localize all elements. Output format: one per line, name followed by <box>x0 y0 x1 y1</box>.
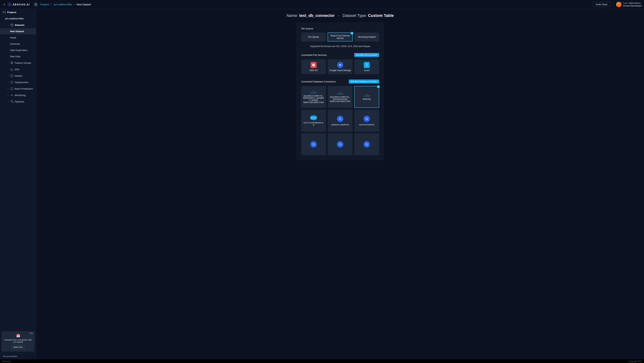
svg-point-8 <box>366 118 368 120</box>
sidebar-new-dataset[interactable]: New Dataset <box>0 28 36 34</box>
db-connector-7[interactable] <box>301 133 326 155</box>
sidebar-feature-groups[interactable]: Feature Groups <box>0 60 36 66</box>
sidebar-raw-data[interactable]: Raw Data <box>0 53 36 60</box>
sidebar-detail[interactable]: Detail <box>0 34 36 41</box>
db-connector-8[interactable] <box>328 133 352 155</box>
rocket-icon <box>10 81 13 84</box>
back-button[interactable] <box>2 2 6 7</box>
breadcrumb: Projects > avi-realtime-filter > New Dat… <box>40 3 91 6</box>
svg-point-4 <box>11 100 12 101</box>
database-icon <box>10 23 13 26</box>
connector-gcs[interactable]: Google Cloud Storage <box>328 59 352 74</box>
bigquery-icon <box>364 141 370 148</box>
sidebar-data-exploration[interactable]: Data Exploration <box>0 47 36 53</box>
breadcrumb-sep: > <box>51 3 52 6</box>
cube-icon <box>10 74 13 77</box>
list-icon <box>10 87 13 90</box>
logo-text: ABACUS.AI <box>12 3 30 6</box>
chevron-right-icon <box>7 101 9 102</box>
snowflake-icon: ❄ snowflake <box>363 94 370 97</box>
svg-point-10 <box>339 143 341 145</box>
invite-team-button[interactable]: Invite Team <box>593 2 610 7</box>
svg-point-7 <box>339 118 341 120</box>
promo-hide[interactable]: Hide <box>30 332 33 334</box>
sidebar-projects[interactable]: Projects <box>0 9 36 15</box>
layers-icon <box>10 61 13 64</box>
connector-azure[interactable]: 1001 Azure <box>354 59 379 74</box>
footer: Abacus.AI © Copyright 2023 <box>0 360 644 363</box>
gcs-icon <box>337 62 343 68</box>
db-connector-9[interactable] <box>354 133 379 155</box>
chevron-right-icon <box>7 81 9 83</box>
monitor-icon <box>10 94 13 97</box>
promo-text: Schedule free consultation with our expe… <box>4 339 32 343</box>
chevron-right-icon <box>7 94 9 96</box>
db-connector-3[interactable]: ✓ ❄ snowflake JENKINS <box>354 86 379 108</box>
svg-rect-6 <box>339 65 341 65</box>
chart-icon <box>10 68 13 71</box>
breadcrumb-current: New Dataset <box>76 3 91 6</box>
db-connector-5[interactable]: asktaylor-edad6:test <box>328 110 352 132</box>
file-services-label: Connected File Services: <box>301 54 327 56</box>
svg-point-5 <box>12 102 13 103</box>
bigquery-icon <box>337 141 344 148</box>
db-connector-4[interactable]: salesforce na111:austin@abacus. ai <box>301 110 326 132</box>
calendar-icon: 📅 <box>4 334 32 338</box>
supported-formats: Supported file formats are CSV, JSON, XL… <box>301 45 379 47</box>
source-streaming[interactable]: Streaming Dataset <box>354 32 379 41</box>
db-connector-1[interactable]: ❄ snowflake dba23881/COMPUTE_WH/WOMPLY_W… <box>301 86 326 108</box>
folder-icon <box>3 11 6 14</box>
s3-icon <box>310 62 316 68</box>
svg-point-1 <box>11 24 13 24</box>
db-connector-2[interactable]: ❄ snowflake dba23881/COMPUTE_WH/JENKINSD… <box>328 86 352 108</box>
documentation-link[interactable]: Documentation <box>0 353 36 360</box>
check-icon: ✓ <box>377 85 380 88</box>
breadcrumb-sep: > <box>74 3 75 6</box>
db-connector-6[interactable]: reai-devel:jenkins <box>354 110 379 132</box>
sidebar-datasets[interactable]: Datasets <box>0 22 36 28</box>
breadcrumb-projects[interactable]: Projects <box>40 3 50 6</box>
logo[interactable]: ABACUS.AI <box>8 2 30 7</box>
svg-point-0 <box>35 3 36 5</box>
add-db-connector-button[interactable]: Add New Database Connector <box>349 79 379 83</box>
check-icon: ✓ <box>350 32 354 35</box>
footer-brand: Abacus.AI <box>2 360 10 362</box>
footer-copyright: © Copyright 2023 <box>628 360 642 362</box>
svg-point-9 <box>312 143 314 145</box>
file-source-label: File Source: <box>301 27 379 30</box>
source-external-service[interactable]: Read From External Service ✓ <box>328 32 353 41</box>
chevron-right-icon <box>7 68 9 70</box>
connector-aws-s3[interactable]: AWS S3 <box>301 59 326 74</box>
sidebar-schemas[interactable]: Schemas <box>0 41 36 47</box>
sidebar-batch-predictions[interactable]: Batch Predictions <box>0 85 36 92</box>
sidebar-models[interactable]: Models <box>0 72 36 79</box>
apply-now-button[interactable]: Apply Now <box>11 345 25 349</box>
svg-point-2 <box>11 81 13 83</box>
svg-rect-3 <box>11 88 13 90</box>
sidebar-pipelines[interactable]: Pipelines <box>0 98 36 105</box>
chevron-right-icon <box>7 62 9 64</box>
snowflake-icon: ❄ snowflake <box>310 90 317 93</box>
chevron-right-icon <box>7 75 9 77</box>
chevron-right-icon <box>7 88 9 90</box>
snowflake-icon: ❄ snowflake <box>336 91 344 94</box>
breadcrumb-project[interactable]: avi-realtime-filter <box>54 3 72 6</box>
sidebar-eda[interactable]: EDA <box>0 66 36 72</box>
bigquery-icon <box>337 116 344 122</box>
db-connectors-label: Connected Database Connectors: <box>301 80 336 83</box>
salesforce-icon: salesforce <box>310 115 317 120</box>
sidebar-monitoring[interactable]: Monitoring <box>0 92 36 98</box>
team-name: Data Science <box>629 2 640 4</box>
add-file-connector-button[interactable]: Add New File Connector <box>354 53 379 57</box>
bigquery-icon <box>364 116 370 122</box>
search-button[interactable] <box>34 2 38 7</box>
source-file-upload[interactable]: File Upload <box>301 32 326 41</box>
sidebar-deployments[interactable]: Deployments <box>0 79 36 85</box>
avatar <box>616 2 622 7</box>
flow-icon <box>10 100 13 103</box>
config-panel: File Source: File Upload Read From Exter… <box>296 22 384 160</box>
sidebar-project-name[interactable]: avi-realtime-filter <box>0 15 36 22</box>
main-content: Name: test_db_connector - Dataset Type: … <box>36 9 644 360</box>
team-info[interactable]: Team: Data Science Avinash Arjavalingam <box>613 2 642 7</box>
sidebar: Projects avi-realtime-filter Datasets Ne… <box>0 9 36 360</box>
